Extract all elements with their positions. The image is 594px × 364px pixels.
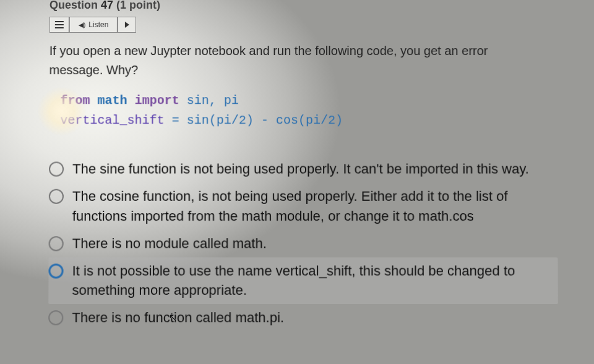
radio-icon bbox=[48, 310, 63, 325]
import-names: sin, pi bbox=[187, 93, 239, 108]
code-block: from math import sin, pi vertical_shift … bbox=[60, 91, 557, 130]
option-text: The cosine function, is not being used p… bbox=[72, 187, 551, 226]
question-header: Question 47 (1 point) bbox=[50, 0, 557, 12]
option-text: The sine function is not being used prop… bbox=[72, 159, 529, 179]
option-2[interactable]: The cosine function, is not being used p… bbox=[49, 183, 558, 230]
option-4[interactable]: It is not possible to use the name verti… bbox=[48, 257, 558, 304]
radio-icon bbox=[49, 162, 64, 177]
var-name: vertical_shift bbox=[60, 113, 164, 127]
question-points: (1 point) bbox=[116, 0, 160, 11]
listen-label: Listen bbox=[88, 20, 108, 29]
hamburger-icon bbox=[55, 21, 64, 28]
keyword-import: import bbox=[135, 93, 179, 108]
option-5[interactable]: There is no function called math.pi. bbox=[48, 304, 558, 331]
radio-icon bbox=[48, 263, 63, 278]
code-line-2: vertical_shift = sin(pi/2) - cos(pi/2) bbox=[60, 111, 557, 130]
question-prefix: Question bbox=[50, 0, 98, 11]
speaker-icon: ◀) bbox=[78, 21, 85, 29]
audio-toolbar: ◀) Listen bbox=[50, 17, 557, 33]
option-text: It is not possible to use the name verti… bbox=[72, 261, 551, 300]
radio-icon bbox=[49, 189, 64, 204]
option-text: There is no function called math.pi. bbox=[72, 308, 284, 328]
listen-button[interactable]: ◀) Listen bbox=[69, 17, 118, 33]
question-number: 47 bbox=[101, 0, 113, 11]
code-line-1: from math import sin, pi bbox=[60, 91, 557, 111]
option-text: There is no module called math. bbox=[72, 234, 267, 253]
keyword-from: from bbox=[60, 93, 90, 108]
menu-button[interactable] bbox=[50, 17, 69, 33]
option-1[interactable]: The sine function is not being used prop… bbox=[49, 156, 557, 183]
answer-options: The sine function is not being used prop… bbox=[48, 156, 558, 332]
play-icon bbox=[124, 22, 129, 28]
option-3[interactable]: There is no module called math. bbox=[49, 230, 558, 257]
question-page: Question 47 (1 point) ◀) Listen If you o… bbox=[0, 0, 594, 332]
radio-icon bbox=[49, 236, 64, 251]
module-name: math bbox=[98, 93, 127, 108]
play-button[interactable] bbox=[118, 17, 136, 33]
question-prompt: If you open a new Juypter notebook and r… bbox=[50, 41, 520, 80]
expr: = sin(pi/2) - cos(pi/2) bbox=[165, 113, 343, 127]
